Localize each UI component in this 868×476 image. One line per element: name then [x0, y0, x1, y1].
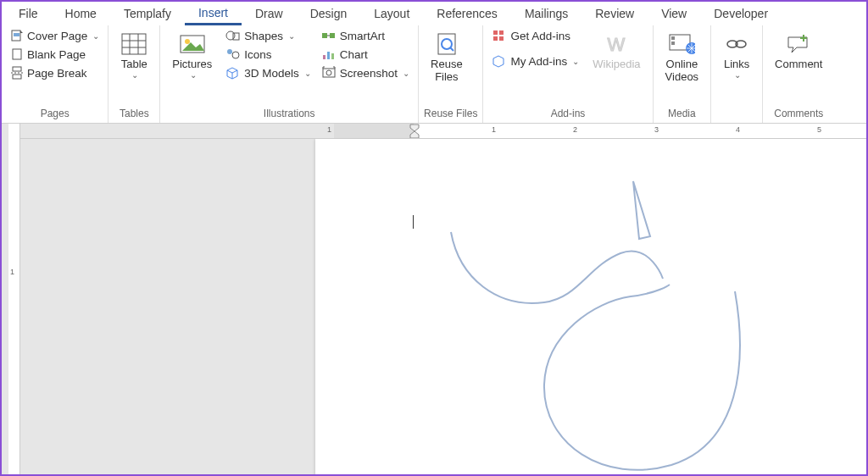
group-media: Online Videos Media [654, 25, 712, 123]
my-addins-button[interactable]: My Add-ins ⌄ [488, 53, 582, 69]
svg-rect-30 [499, 36, 504, 41]
tab-design[interactable]: Design [297, 3, 361, 24]
page-break-label: Page Break [27, 67, 87, 80]
indent-marker-icon[interactable] [409, 124, 420, 139]
tab-draw[interactable]: Draw [242, 3, 297, 24]
ruler-mark: 1 [10, 268, 14, 276]
svg-point-12 [185, 39, 190, 44]
online-label: Online [666, 58, 698, 70]
group-links-label [716, 118, 757, 123]
ruler-mark: 5 [817, 125, 821, 134]
icons-button[interactable]: Icons [222, 46, 314, 63]
shapes-button[interactable]: Shapes ⌄ [222, 27, 314, 44]
3d-models-icon [225, 66, 241, 80]
blank-page-button[interactable]: Blank Page [7, 46, 103, 63]
page-break-icon [10, 66, 24, 80]
comment-label: Comment [775, 58, 822, 70]
svg-rect-2 [13, 49, 21, 59]
page-break-button[interactable]: Page Break [7, 64, 103, 81]
3d-models-button[interactable]: 3D Models ⌄ [222, 64, 314, 81]
document-page[interactable] [315, 139, 866, 474]
wikipedia-icon: W [603, 34, 630, 54]
shapes-icon [225, 29, 241, 42]
wikipedia-button[interactable]: W Wikipedia [586, 27, 647, 74]
smartart-button[interactable]: SmartArt [318, 27, 413, 44]
table-button[interactable]: Table ⌄ [114, 27, 154, 83]
cover-page-label: Cover Page [27, 30, 87, 42]
store-icon [492, 29, 507, 42]
my-addins-icon [492, 54, 507, 68]
page-scroll-area[interactable] [20, 139, 866, 474]
svg-rect-33 [671, 36, 675, 40]
chevron-down-icon: ⌄ [92, 31, 99, 41]
chevron-down-icon: ⌄ [288, 31, 295, 41]
svg-rect-6 [122, 34, 146, 54]
reuse-files-button[interactable]: Reuse Files [424, 27, 470, 86]
svg-rect-17 [322, 33, 327, 38]
tab-home[interactable]: Home [52, 3, 110, 24]
chart-icon [321, 47, 337, 61]
chart-label: Chart [340, 48, 368, 61]
group-illustrations: Pictures ⌄ Shapes ⌄ Icons 3D Models ⌄ [160, 25, 419, 123]
group-comments-label: Comments [768, 106, 829, 123]
chevron-down-icon: ⌄ [304, 69, 311, 78]
group-addins: Get Add-ins My Add-ins ⌄ W Wikipedia Add… [483, 25, 653, 123]
group-comments: Comment Comments [763, 25, 834, 123]
tab-templafy[interactable]: Templafy [110, 3, 185, 24]
cover-page-button[interactable]: Cover Page ⌄ [7, 27, 103, 44]
tab-references[interactable]: References [423, 3, 511, 24]
chevron-down-icon: ⌄ [131, 70, 138, 80]
svg-rect-21 [331, 53, 334, 59]
ruler-mark: 1 [327, 125, 331, 134]
svg-rect-28 [499, 30, 504, 35]
links-label: Links [724, 58, 749, 70]
ink-drawing[interactable] [315, 139, 866, 474]
ruler-mark: 1 [492, 125, 496, 134]
group-reuse-label: Reuse Files [424, 106, 477, 123]
screenshot-icon [321, 66, 337, 80]
screenshot-button[interactable]: Screenshot ⌄ [318, 64, 413, 81]
svg-rect-19 [323, 55, 326, 59]
chart-button[interactable]: Chart [318, 46, 413, 63]
group-links: Links ⌄ [711, 25, 763, 123]
group-illustrations-label: Illustrations [165, 106, 413, 123]
ruler-mark: 2 [573, 125, 577, 134]
3d-models-label: 3D Models [244, 67, 299, 80]
pictures-icon [179, 32, 206, 56]
tab-mailings[interactable]: Mailings [511, 3, 581, 24]
tab-review[interactable]: Review [581, 3, 648, 24]
videos-label: Videos [665, 70, 699, 83]
svg-point-23 [326, 70, 331, 75]
blank-page-icon [10, 47, 24, 61]
comment-button[interactable]: Comment [768, 27, 829, 74]
links-button[interactable]: Links ⌄ [716, 27, 757, 83]
svg-text:W: W [608, 34, 626, 54]
reuse-label: Reuse [431, 58, 463, 70]
get-addins-button[interactable]: Get Add-ins [488, 27, 582, 44]
group-pages-label: Pages [7, 106, 103, 123]
tab-insert[interactable]: Insert [185, 3, 242, 25]
tab-developer[interactable]: Developer [700, 3, 782, 24]
blank-page-label: Blank Page [27, 48, 86, 61]
ribbon: Cover Page ⌄ Blank Page Page Break Pages [2, 25, 866, 124]
smartart-label: SmartArt [340, 30, 385, 42]
icons-icon [225, 47, 241, 61]
svg-point-16 [232, 52, 239, 58]
online-videos-button[interactable]: Online Videos [659, 27, 706, 86]
my-addins-label: My Add-ins [510, 55, 567, 68]
vertical-ruler[interactable]: 1 [2, 124, 20, 474]
table-label: Table [121, 58, 147, 70]
tab-file[interactable]: File [5, 3, 52, 24]
horizontal-ruler[interactable]: 1 1 2 3 4 5 [20, 124, 866, 139]
smartart-icon [321, 29, 337, 42]
screenshot-label: Screenshot [340, 67, 398, 80]
svg-rect-3 [13, 67, 21, 71]
ruler-mark: 3 [654, 125, 659, 134]
svg-rect-27 [493, 30, 498, 35]
link-icon [723, 34, 750, 54]
tab-layout[interactable]: Layout [360, 3, 423, 24]
tab-view[interactable]: View [648, 3, 700, 24]
pictures-button[interactable]: Pictures ⌄ [165, 27, 219, 83]
chevron-down-icon: ⌄ [734, 70, 741, 80]
files-label: Files [435, 70, 458, 83]
